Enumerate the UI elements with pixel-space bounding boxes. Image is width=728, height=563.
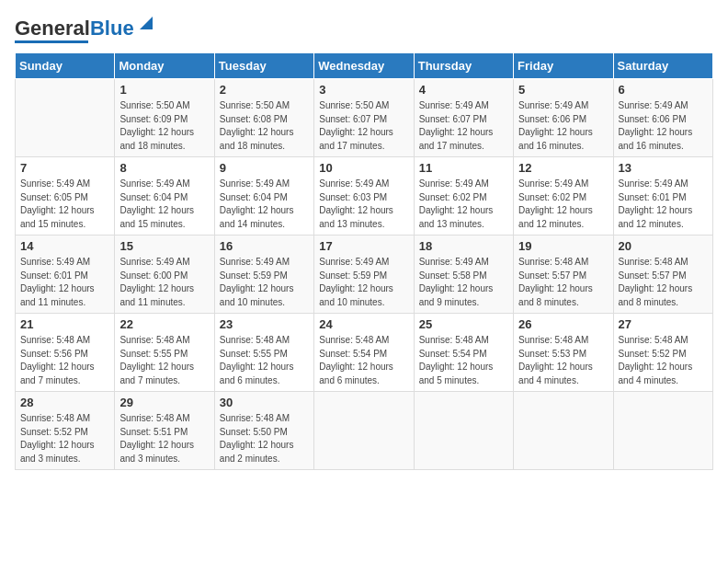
calendar-header-row: SundayMondayTuesdayWednesdayThursdayFrid… (16, 53, 713, 79)
day-info: Sunrise: 5:50 AM Sunset: 6:09 PM Dayligh… (119, 99, 209, 153)
week-row-2: 14Sunrise: 5:49 AM Sunset: 6:01 PM Dayli… (16, 236, 713, 314)
day-number: 1 (119, 83, 209, 97)
day-header-thursday: Thursday (414, 53, 513, 79)
day-info: Sunrise: 5:49 AM Sunset: 6:01 PM Dayligh… (20, 256, 109, 309)
header: GeneralBlue (15, 15, 713, 43)
day-number: 17 (319, 239, 408, 253)
calendar-body: 1Sunrise: 5:50 AM Sunset: 6:09 PM Daylig… (16, 79, 713, 470)
day-info: Sunrise: 5:49 AM Sunset: 6:05 PM Dayligh… (20, 178, 109, 231)
day-header-sunday: Sunday (16, 53, 115, 79)
calendar-cell: 11Sunrise: 5:49 AM Sunset: 6:02 PM Dayli… (414, 157, 513, 236)
calendar-cell: 14Sunrise: 5:49 AM Sunset: 6:01 PM Dayli… (16, 236, 115, 314)
day-number: 4 (419, 83, 508, 97)
calendar-cell: 28Sunrise: 5:48 AM Sunset: 5:52 PM Dayli… (16, 392, 115, 470)
svg-marker-0 (140, 17, 153, 29)
day-number: 2 (220, 83, 309, 97)
day-info: Sunrise: 5:48 AM Sunset: 5:56 PM Dayligh… (20, 334, 109, 387)
day-number: 7 (20, 161, 109, 175)
week-row-3: 21Sunrise: 5:48 AM Sunset: 5:56 PM Dayli… (16, 314, 713, 392)
week-row-0: 1Sunrise: 5:50 AM Sunset: 6:09 PM Daylig… (16, 79, 713, 157)
logo-text: GeneralBlue (15, 18, 134, 39)
day-number: 25 (419, 317, 508, 331)
day-info: Sunrise: 5:48 AM Sunset: 5:54 PM Dayligh… (419, 334, 508, 387)
calendar-cell: 10Sunrise: 5:49 AM Sunset: 6:03 PM Dayli… (314, 157, 414, 236)
day-info: Sunrise: 5:50 AM Sunset: 6:08 PM Dayligh… (220, 99, 309, 153)
day-number: 12 (518, 161, 608, 175)
day-number: 15 (119, 239, 209, 253)
day-info: Sunrise: 5:49 AM Sunset: 6:00 PM Dayligh… (119, 256, 209, 309)
day-number: 3 (319, 83, 408, 97)
day-info: Sunrise: 5:49 AM Sunset: 6:02 PM Dayligh… (419, 178, 508, 231)
day-info: Sunrise: 5:49 AM Sunset: 6:04 PM Dayligh… (119, 178, 209, 231)
day-number: 19 (518, 239, 608, 253)
day-info: Sunrise: 5:48 AM Sunset: 5:54 PM Dayligh… (319, 334, 408, 387)
day-info: Sunrise: 5:49 AM Sunset: 6:04 PM Dayligh… (220, 178, 309, 231)
calendar-cell: 29Sunrise: 5:48 AM Sunset: 5:51 PM Dayli… (115, 392, 214, 470)
calendar-cell: 24Sunrise: 5:48 AM Sunset: 5:54 PM Dayli… (314, 314, 414, 392)
day-info: Sunrise: 5:49 AM Sunset: 6:01 PM Dayligh… (619, 178, 708, 231)
calendar-cell: 4Sunrise: 5:49 AM Sunset: 6:07 PM Daylig… (414, 79, 513, 157)
day-info: Sunrise: 5:49 AM Sunset: 6:06 PM Dayligh… (619, 99, 708, 153)
day-header-saturday: Saturday (613, 53, 712, 79)
calendar-cell: 8Sunrise: 5:49 AM Sunset: 6:04 PM Daylig… (115, 157, 214, 236)
day-info: Sunrise: 5:48 AM Sunset: 5:52 PM Dayligh… (20, 412, 109, 465)
calendar-cell: 2Sunrise: 5:50 AM Sunset: 6:08 PM Daylig… (214, 79, 313, 157)
day-header-tuesday: Tuesday (214, 53, 313, 79)
day-info: Sunrise: 5:49 AM Sunset: 6:06 PM Dayligh… (518, 99, 608, 153)
calendar-cell: 12Sunrise: 5:49 AM Sunset: 6:02 PM Dayli… (514, 157, 613, 236)
day-number: 5 (518, 83, 608, 97)
calendar-cell: 23Sunrise: 5:48 AM Sunset: 5:55 PM Dayli… (214, 314, 313, 392)
calendar-cell: 21Sunrise: 5:48 AM Sunset: 5:56 PM Dayli… (16, 314, 115, 392)
calendar-cell (314, 392, 414, 470)
day-number: 10 (319, 161, 408, 175)
day-number: 8 (119, 161, 209, 175)
calendar-cell: 9Sunrise: 5:49 AM Sunset: 6:04 PM Daylig… (214, 157, 313, 236)
day-info: Sunrise: 5:49 AM Sunset: 5:59 PM Dayligh… (220, 256, 309, 309)
day-number: 13 (619, 161, 708, 175)
calendar-table: SundayMondayTuesdayWednesdayThursdayFrid… (15, 52, 713, 470)
day-number: 24 (319, 317, 408, 331)
calendar-cell: 5Sunrise: 5:49 AM Sunset: 6:06 PM Daylig… (514, 79, 613, 157)
day-info: Sunrise: 5:48 AM Sunset: 5:57 PM Dayligh… (619, 256, 708, 309)
day-info: Sunrise: 5:49 AM Sunset: 5:58 PM Dayligh… (419, 256, 508, 309)
day-header-wednesday: Wednesday (314, 53, 414, 79)
day-number: 14 (20, 239, 109, 253)
calendar-cell: 22Sunrise: 5:48 AM Sunset: 5:55 PM Dayli… (115, 314, 214, 392)
day-header-friday: Friday (514, 53, 613, 79)
calendar-cell: 7Sunrise: 5:49 AM Sunset: 6:05 PM Daylig… (16, 157, 115, 236)
calendar-cell (16, 79, 115, 157)
day-info: Sunrise: 5:48 AM Sunset: 5:53 PM Dayligh… (518, 334, 608, 387)
calendar-cell: 18Sunrise: 5:49 AM Sunset: 5:58 PM Dayli… (414, 236, 513, 314)
day-info: Sunrise: 5:49 AM Sunset: 6:02 PM Dayligh… (518, 178, 608, 231)
calendar-cell: 1Sunrise: 5:50 AM Sunset: 6:09 PM Daylig… (115, 79, 214, 157)
calendar-cell (613, 392, 712, 470)
calendar-cell: 30Sunrise: 5:48 AM Sunset: 5:50 PM Dayli… (214, 392, 313, 470)
calendar-cell (514, 392, 613, 470)
day-number: 27 (619, 317, 708, 331)
day-info: Sunrise: 5:49 AM Sunset: 5:59 PM Dayligh… (319, 256, 408, 309)
calendar-cell: 16Sunrise: 5:49 AM Sunset: 5:59 PM Dayli… (214, 236, 313, 314)
calendar-cell: 17Sunrise: 5:49 AM Sunset: 5:59 PM Dayli… (314, 236, 414, 314)
day-number: 6 (619, 83, 708, 97)
calendar-cell: 26Sunrise: 5:48 AM Sunset: 5:53 PM Dayli… (514, 314, 613, 392)
day-number: 28 (20, 396, 109, 409)
day-info: Sunrise: 5:48 AM Sunset: 5:51 PM Dayligh… (119, 412, 209, 465)
day-number: 23 (220, 317, 309, 331)
day-number: 30 (220, 396, 309, 409)
day-number: 18 (419, 239, 508, 253)
day-info: Sunrise: 5:49 AM Sunset: 6:03 PM Dayligh… (319, 178, 408, 231)
day-info: Sunrise: 5:49 AM Sunset: 6:07 PM Dayligh… (419, 99, 508, 153)
calendar-cell: 13Sunrise: 5:49 AM Sunset: 6:01 PM Dayli… (613, 157, 712, 236)
day-number: 21 (20, 317, 109, 331)
week-row-4: 28Sunrise: 5:48 AM Sunset: 5:52 PM Dayli… (16, 392, 713, 470)
logo-underline (15, 40, 88, 43)
day-info: Sunrise: 5:48 AM Sunset: 5:52 PM Dayligh… (619, 334, 708, 387)
day-info: Sunrise: 5:48 AM Sunset: 5:57 PM Dayligh… (518, 256, 608, 309)
day-number: 16 (220, 239, 309, 253)
day-number: 20 (619, 239, 708, 253)
day-info: Sunrise: 5:50 AM Sunset: 6:07 PM Dayligh… (319, 99, 408, 153)
calendar-cell: 19Sunrise: 5:48 AM Sunset: 5:57 PM Dayli… (514, 236, 613, 314)
calendar-cell: 6Sunrise: 5:49 AM Sunset: 6:06 PM Daylig… (613, 79, 712, 157)
calendar-cell: 15Sunrise: 5:49 AM Sunset: 6:00 PM Dayli… (115, 236, 214, 314)
week-row-1: 7Sunrise: 5:49 AM Sunset: 6:05 PM Daylig… (16, 157, 713, 236)
